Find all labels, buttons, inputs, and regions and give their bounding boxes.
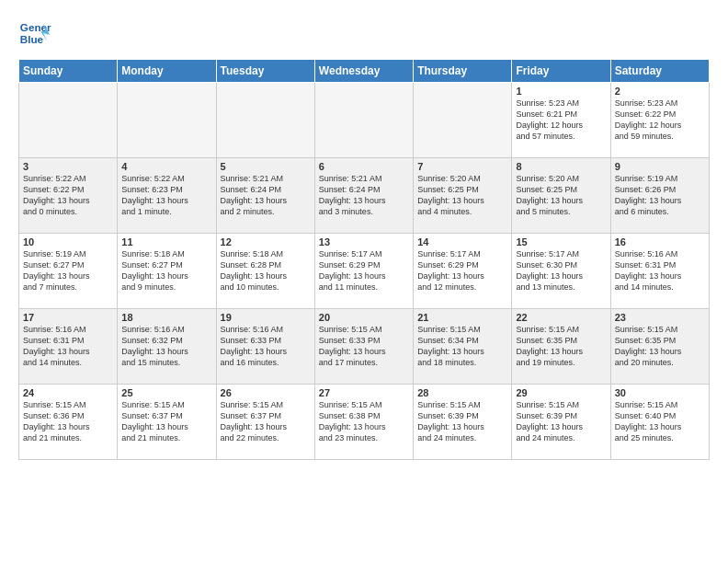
day-info: Sunrise: 5:15 AM Sunset: 6:37 PM Dayligh… [221,399,311,444]
day-number: 29 [516,387,606,398]
weekday-header: Sunday [19,60,118,83]
calendar-day-cell: 28Sunrise: 5:15 AM Sunset: 6:39 PM Dayli… [414,385,512,460]
day-number: 15 [516,236,606,247]
day-info: Sunrise: 5:19 AM Sunset: 6:27 PM Dayligh… [23,248,113,293]
calendar-day-cell: 29Sunrise: 5:15 AM Sunset: 6:39 PM Dayli… [512,385,610,460]
day-info: Sunrise: 5:22 AM Sunset: 6:23 PM Dayligh… [121,173,211,218]
day-number: 19 [221,312,311,323]
calendar-day-cell [216,83,314,158]
calendar-day-cell: 26Sunrise: 5:15 AM Sunset: 6:37 PM Dayli… [216,385,314,460]
calendar-day-cell: 19Sunrise: 5:16 AM Sunset: 6:33 PM Dayli… [216,309,314,385]
day-number: 21 [417,312,507,323]
day-info: Sunrise: 5:16 AM Sunset: 6:31 PM Dayligh… [615,248,705,293]
day-info: Sunrise: 5:15 AM Sunset: 6:39 PM Dayligh… [516,399,606,444]
calendar-day-cell: 13Sunrise: 5:17 AM Sunset: 6:29 PM Dayli… [314,234,413,309]
header: General Blue [18,17,710,50]
weekday-header: Saturday [610,60,709,83]
weekday-header: Tuesday [216,60,314,83]
day-number: 23 [615,312,705,323]
calendar-day-cell: 1Sunrise: 5:23 AM Sunset: 6:21 PM Daylig… [512,83,610,158]
calendar: SundayMondayTuesdayWednesdayThursdayFrid… [18,59,710,460]
calendar-day-cell: 20Sunrise: 5:15 AM Sunset: 6:33 PM Dayli… [314,309,413,385]
day-number: 20 [319,312,409,323]
day-number: 12 [221,236,311,247]
calendar-day-cell: 18Sunrise: 5:16 AM Sunset: 6:32 PM Dayli… [118,309,216,385]
calendar-day-cell: 23Sunrise: 5:15 AM Sunset: 6:35 PM Dayli… [610,309,709,385]
day-info: Sunrise: 5:15 AM Sunset: 6:35 PM Dayligh… [615,324,705,369]
day-number: 7 [417,161,507,172]
day-info: Sunrise: 5:15 AM Sunset: 6:37 PM Dayligh… [121,399,211,444]
day-number: 26 [221,387,311,398]
day-info: Sunrise: 5:18 AM Sunset: 6:28 PM Dayligh… [221,248,311,293]
day-info: Sunrise: 5:15 AM Sunset: 6:40 PM Dayligh… [615,399,705,444]
calendar-day-cell: 4Sunrise: 5:22 AM Sunset: 6:23 PM Daylig… [118,158,216,234]
calendar-day-cell: 22Sunrise: 5:15 AM Sunset: 6:35 PM Dayli… [512,309,610,385]
calendar-day-cell: 24Sunrise: 5:15 AM Sunset: 6:36 PM Dayli… [19,385,118,460]
calendar-day-cell [414,83,512,158]
calendar-day-cell: 7Sunrise: 5:20 AM Sunset: 6:25 PM Daylig… [414,158,512,234]
day-number: 5 [221,161,311,172]
day-info: Sunrise: 5:22 AM Sunset: 6:22 PM Dayligh… [23,173,113,218]
calendar-day-cell: 17Sunrise: 5:16 AM Sunset: 6:31 PM Dayli… [19,309,118,385]
day-info: Sunrise: 5:23 AM Sunset: 6:22 PM Dayligh… [615,98,705,143]
calendar-day-cell: 25Sunrise: 5:15 AM Sunset: 6:37 PM Dayli… [118,385,216,460]
calendar-day-cell: 3Sunrise: 5:22 AM Sunset: 6:22 PM Daylig… [19,158,118,234]
day-info: Sunrise: 5:19 AM Sunset: 6:26 PM Dayligh… [615,173,705,218]
weekday-header: Thursday [414,60,512,83]
day-info: Sunrise: 5:15 AM Sunset: 6:34 PM Dayligh… [417,324,507,369]
calendar-day-cell: 5Sunrise: 5:21 AM Sunset: 6:24 PM Daylig… [216,158,314,234]
day-number: 1 [516,86,606,97]
logo-icon: General Blue [18,17,51,50]
day-number: 8 [516,161,606,172]
day-info: Sunrise: 5:16 AM Sunset: 6:31 PM Dayligh… [23,324,113,369]
day-info: Sunrise: 5:17 AM Sunset: 6:29 PM Dayligh… [319,248,409,293]
day-number: 2 [615,86,705,97]
day-info: Sunrise: 5:15 AM Sunset: 6:39 PM Dayligh… [417,399,507,444]
day-number: 22 [516,312,606,323]
calendar-day-cell: 27Sunrise: 5:15 AM Sunset: 6:38 PM Dayli… [314,385,413,460]
weekday-header: Friday [512,60,610,83]
calendar-day-cell [19,83,118,158]
day-number: 14 [417,236,507,247]
day-number: 27 [319,387,409,398]
day-info: Sunrise: 5:21 AM Sunset: 6:24 PM Dayligh… [221,173,311,218]
weekday-header: Wednesday [314,60,413,83]
calendar-day-cell: 8Sunrise: 5:20 AM Sunset: 6:25 PM Daylig… [512,158,610,234]
day-number: 25 [121,387,211,398]
day-info: Sunrise: 5:15 AM Sunset: 6:38 PM Dayligh… [319,399,409,444]
calendar-day-cell: 11Sunrise: 5:18 AM Sunset: 6:27 PM Dayli… [118,234,216,309]
calendar-day-cell [314,83,413,158]
day-number: 16 [615,236,705,247]
day-info: Sunrise: 5:15 AM Sunset: 6:33 PM Dayligh… [319,324,409,369]
day-info: Sunrise: 5:17 AM Sunset: 6:29 PM Dayligh… [417,248,507,293]
day-info: Sunrise: 5:20 AM Sunset: 6:25 PM Dayligh… [516,173,606,218]
day-number: 3 [23,161,113,172]
day-number: 30 [615,387,705,398]
calendar-day-cell: 6Sunrise: 5:21 AM Sunset: 6:24 PM Daylig… [314,158,413,234]
calendar-day-cell: 21Sunrise: 5:15 AM Sunset: 6:34 PM Dayli… [414,309,512,385]
logo: General Blue [18,17,51,50]
day-number: 11 [121,236,211,247]
calendar-week-row: 10Sunrise: 5:19 AM Sunset: 6:27 PM Dayli… [19,234,710,309]
day-info: Sunrise: 5:17 AM Sunset: 6:30 PM Dayligh… [516,248,606,293]
weekday-header: Monday [118,60,216,83]
calendar-day-cell: 12Sunrise: 5:18 AM Sunset: 6:28 PM Dayli… [216,234,314,309]
calendar-day-cell: 9Sunrise: 5:19 AM Sunset: 6:26 PM Daylig… [610,158,709,234]
day-info: Sunrise: 5:15 AM Sunset: 6:35 PM Dayligh… [516,324,606,369]
day-number: 24 [23,387,113,398]
calendar-day-cell: 14Sunrise: 5:17 AM Sunset: 6:29 PM Dayli… [414,234,512,309]
day-info: Sunrise: 5:16 AM Sunset: 6:33 PM Dayligh… [221,324,311,369]
day-info: Sunrise: 5:16 AM Sunset: 6:32 PM Dayligh… [121,324,211,369]
day-number: 9 [615,161,705,172]
calendar-day-cell: 15Sunrise: 5:17 AM Sunset: 6:30 PM Dayli… [512,234,610,309]
calendar-day-cell: 16Sunrise: 5:16 AM Sunset: 6:31 PM Dayli… [610,234,709,309]
day-info: Sunrise: 5:23 AM Sunset: 6:21 PM Dayligh… [516,98,606,143]
calendar-week-row: 1Sunrise: 5:23 AM Sunset: 6:21 PM Daylig… [19,83,710,158]
calendar-day-cell: 2Sunrise: 5:23 AM Sunset: 6:22 PM Daylig… [610,83,709,158]
day-number: 13 [319,236,409,247]
day-number: 28 [417,387,507,398]
day-number: 18 [121,312,211,323]
day-info: Sunrise: 5:21 AM Sunset: 6:24 PM Dayligh… [319,173,409,218]
calendar-day-cell [118,83,216,158]
day-info: Sunrise: 5:20 AM Sunset: 6:25 PM Dayligh… [417,173,507,218]
